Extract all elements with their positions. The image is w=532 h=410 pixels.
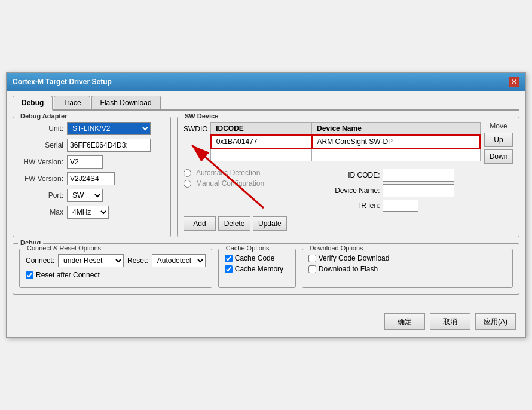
cache-options-box: Cache Options Cache Code Cache Memory [218,249,296,288]
device-name-field[interactable] [383,184,454,197]
ok-button[interactable]: 确定 [384,313,425,330]
swdio-label: SWDIO [184,122,210,133]
auto-detect-label: Automatic Detection [196,169,260,177]
cache-code-row: Cache Code [225,254,289,262]
config-radios: Automatic Detection Manual Configuration [184,169,332,212]
download-flash-checkbox[interactable] [308,265,316,273]
fw-version-row: FW Version: [19,172,164,185]
window-title: Cortex-M Target Driver Setup [13,78,112,86]
sw-device-label: SW Device [182,112,221,120]
download-options-label: Download Options [307,244,366,252]
content-area: Debug Trace Flash Download Debug Adapter… [7,91,525,301]
id-code-row: ID CODE: [332,169,481,182]
move-label: Move [484,122,513,130]
max-label: Max [19,208,67,216]
move-buttons-area: Move Up Down [481,122,513,231]
port-label: Port: [19,191,67,200]
tab-flash-download[interactable]: Flash Download [91,96,161,109]
device-name-field-label: Device Name: [332,186,380,195]
empty-idcode [211,148,312,161]
main-window: Cortex-M Target Driver Setup ✕ Debug Tra… [6,72,526,338]
connect-reset-box: Connect & Reset Options Connect: under R… [19,249,212,288]
idcode-header: IDCODE [211,123,312,136]
debug-adapter-group: Debug Adapter Unit: ST-LINK/V2 Serial HW… [13,117,171,237]
max-select[interactable]: 4MHz [67,206,109,219]
port-row: Port: SW [19,189,164,202]
cache-memory-checkbox[interactable] [225,265,233,273]
debug-group: Debug Connect & Reset Options Connect: u… [13,243,519,295]
connect-reset-label: Connect & Reset Options [25,244,103,252]
sw-device-wrapper: SWDIO IDCODE Device Name [184,122,513,231]
port-select[interactable]: SW [67,189,103,202]
footer: 确定 取消 应用(A) [7,307,525,337]
apply-button[interactable]: 应用(A) [475,313,516,330]
empty-device-name [312,148,480,161]
manual-config-label: Manual Configuration [196,179,264,188]
cache-options-label: Cache Options [224,244,272,252]
manual-config-radio[interactable] [184,180,191,188]
verify-code-row: Verify Code Download [308,254,506,262]
ir-len-input[interactable] [383,200,418,212]
delete-button[interactable]: Delete [218,216,250,231]
cancel-button[interactable]: 取消 [430,313,470,330]
id-code-label: ID CODE: [332,171,380,179]
max-row: Max 4MHz [19,206,164,219]
ir-len-row: IR len: [332,200,481,212]
debug-adapter-label: Debug Adapter [18,112,69,120]
download-flash-row: Download to Flash [308,265,506,273]
sw-device-row: SWDIO IDCODE Device Name [184,122,481,165]
reset-label: Reset: [127,256,148,265]
device-name-row: Device Name: [332,184,481,197]
update-button[interactable]: Update [253,216,287,231]
config-id-fields: ID CODE: Device Name: IR len: [332,169,481,212]
cache-code-checkbox[interactable] [225,255,233,262]
fw-version-input[interactable] [67,172,115,185]
tab-debug[interactable]: Debug [13,96,53,111]
unit-row: Unit: ST-LINK/V2 [19,122,164,135]
connect-row: Connect: under Reset Reset: Autodetect [26,254,206,267]
cache-code-label: Cache Code [235,254,275,262]
title-bar: Cortex-M Target Driver Setup ✕ [7,73,525,91]
sw-device-group: SW Device SWDIO IDCODE Device Name [177,117,519,237]
hw-version-row: HW Version: [19,155,164,169]
hw-version-input[interactable] [67,155,103,169]
auto-detect-row: Automatic Detection [184,169,332,177]
reset-after-checkbox[interactable] [26,271,33,279]
auto-detect-radio[interactable] [184,169,191,177]
tab-bar: Debug Trace Flash Download [13,96,519,111]
buttons-row: Add Delete Update [184,216,481,231]
id-code-input[interactable] [383,169,454,182]
cache-memory-row: Cache Memory [225,265,289,273]
serial-label: Serial [19,141,67,149]
sw-table-area: SWDIO IDCODE Device Name [184,122,481,231]
reset-after-label: Reset after Connect [36,271,100,279]
down-button[interactable]: Down [484,149,513,164]
cache-memory-label: Cache Memory [235,265,283,273]
reset-select[interactable]: Autodetect [152,254,206,267]
up-button[interactable]: Up [484,133,513,147]
manual-config-row: Manual Configuration [184,179,332,188]
download-options-box: Download Options Verify Code Download Do… [302,249,513,288]
debug-section: Debug Connect & Reset Options Connect: u… [13,243,519,295]
table-row[interactable]: 0x1BA01477 ARM CoreSight SW-DP [211,135,480,148]
main-area: Debug Adapter Unit: ST-LINK/V2 Serial HW… [13,117,519,237]
verify-code-checkbox[interactable] [308,255,316,262]
verify-code-label: Verify Code Download [319,254,390,262]
sw-table-container: IDCODE Device Name 0x1BA01477 ARM CoreSi… [210,122,481,165]
connect-label: Connect: [26,256,54,265]
device-name-header: Device Name [312,123,480,136]
close-button[interactable]: ✕ [509,77,519,87]
serial-input[interactable] [67,139,151,152]
download-flash-label: Download to Flash [319,265,378,273]
reset-after-row: Reset after Connect [26,271,206,279]
device-name-cell: ARM CoreSight SW-DP [312,135,480,148]
idcode-cell: 0x1BA01477 [211,135,312,148]
sw-table: IDCODE Device Name 0x1BA01477 ARM CoreSi… [210,122,481,161]
unit-select[interactable]: ST-LINK/V2 [67,122,151,135]
table-header-row: IDCODE Device Name [211,123,480,136]
add-button[interactable]: Add [184,216,216,231]
tab-trace[interactable]: Trace [54,96,90,109]
table-row-empty [211,148,480,161]
hw-version-label: HW Version: [19,158,67,166]
connect-select[interactable]: under Reset [58,254,124,267]
